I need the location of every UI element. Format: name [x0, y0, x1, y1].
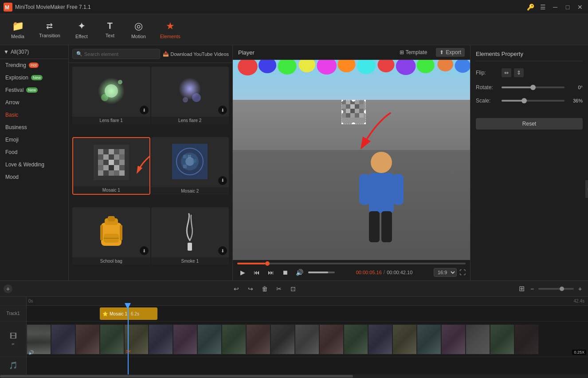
svg-point-5: [118, 80, 122, 84]
collapse-panel-btn[interactable]: ›: [585, 180, 588, 198]
sidebar-item-festival[interactable]: Festival New: [0, 84, 68, 96]
toolbar-motion[interactable]: ◎ Motion: [125, 19, 152, 41]
scale-thumb[interactable]: [521, 98, 527, 103]
svg-rect-86: [341, 113, 346, 118]
volume-slider[interactable]: [308, 272, 335, 273]
media-label: Media: [11, 34, 24, 39]
sidebar-item-food[interactable]: Food: [0, 146, 68, 158]
download-label: Download YouTube Videos: [171, 51, 229, 57]
svg-rect-51: [188, 243, 192, 251]
rotate-fill: [502, 87, 533, 88]
sidebar-item-explosion[interactable]: Explosion New: [0, 71, 68, 84]
timeline-scrollbar-thumb[interactable]: [0, 375, 353, 378]
download-lens2-btn[interactable]: ⬇: [218, 106, 227, 114]
text-icon: T: [107, 21, 113, 31]
prev-btn[interactable]: ⏮: [251, 267, 262, 278]
settings-btn[interactable]: 🔑: [526, 3, 535, 12]
svg-rect-16: [103, 154, 109, 160]
toolbar-media[interactable]: 📁 Media: [4, 19, 31, 41]
toolbar-elements[interactable]: ★ Elements: [154, 19, 187, 41]
player-header: Player ⊞ Template ⬆ Export: [233, 45, 470, 60]
search-box[interactable]: 🔍 Search element: [72, 49, 160, 59]
maximize-btn[interactable]: □: [563, 3, 572, 12]
svg-rect-50: [120, 225, 122, 240]
element-smoke-1[interactable]: ⬇ Smoke 1: [151, 207, 229, 265]
zoom-in-btn[interactable]: ⊞: [517, 284, 526, 293]
sidebar-item-basic[interactable]: Basic: [0, 109, 68, 121]
add-track-btn[interactable]: +: [4, 284, 12, 293]
zoom-plus-btn[interactable]: +: [576, 284, 584, 293]
svg-rect-74: [355, 100, 359, 104]
fullscreen-btn[interactable]: ⛶: [459, 269, 466, 276]
stop-btn[interactable]: ⏹: [280, 267, 290, 278]
svg-rect-25: [98, 165, 103, 170]
svg-rect-23: [114, 160, 119, 165]
zoom-controls: ⊞ − +: [517, 284, 584, 293]
minimize-btn[interactable]: ─: [551, 3, 560, 12]
element-mosaic-2[interactable]: ⬇ Mosaic 2: [151, 137, 229, 195]
sidebar-item-trending[interactable]: Trending Hot: [0, 59, 68, 71]
timeline-toolbar: + ↩ ↪ 🗑 ✂ ⊡ ⊞ − +: [0, 281, 588, 297]
export-btn[interactable]: ⬆ Export: [436, 48, 465, 57]
mosaic-1-preview: [94, 145, 129, 180]
svg-text:M: M: [5, 4, 9, 11]
aspect-ratio-select[interactable]: 16:9 4:3 1:1: [434, 268, 457, 277]
menu-btn[interactable]: ☰: [538, 3, 547, 12]
media-icon: 📁: [12, 20, 24, 32]
template-btn[interactable]: ⊞ Template: [396, 48, 431, 57]
download-schoolbag-btn[interactable]: ⬇: [140, 246, 149, 255]
zoom-thumb[interactable]: [560, 287, 564, 291]
element-lens-flare-2[interactable]: ⬇ Lens flare 2: [151, 67, 229, 124]
mosaic-clip[interactable]: ⭐ Mosaic 1 6.2s: [100, 307, 157, 320]
sidebar-item-mood[interactable]: Mood: [0, 171, 68, 183]
sidebar-item-arrow[interactable]: Arrow: [0, 96, 68, 109]
time-display-area: 00:00:05.16 / 00:00:42.10: [356, 269, 413, 276]
svg-point-4: [101, 94, 108, 101]
rotate-slider[interactable]: [502, 87, 564, 88]
scale-value: 36%: [567, 98, 583, 103]
delete-btn[interactable]: 🗑: [259, 283, 271, 295]
svg-rect-29: [119, 165, 125, 170]
flip-horizontal-btn[interactable]: ⇔: [502, 68, 511, 77]
sidebar-items-list: Trending Hot Explosion New Festival New …: [0, 59, 68, 280]
crop-btn[interactable]: ⊡: [287, 283, 299, 295]
sidebar-item-emoji[interactable]: Emoji: [0, 134, 68, 146]
toolbar-transition[interactable]: ⇄ Transition: [33, 20, 67, 40]
svg-rect-83: [350, 109, 355, 113]
swap-icon[interactable]: ⇄: [12, 342, 15, 346]
effect-label: Effect: [75, 34, 88, 39]
undo-btn[interactable]: ↩: [230, 283, 243, 295]
flip-vertical-btn[interactable]: ⇕: [514, 68, 524, 77]
download-lens1-btn[interactable]: ⬇: [140, 106, 149, 114]
scale-slider[interactable]: [502, 100, 564, 102]
play-btn[interactable]: ▶: [237, 267, 248, 278]
download-youtube-btn[interactable]: 📥 Download YouTube Videos: [163, 51, 229, 57]
download-mosaic2-btn[interactable]: ⬇: [218, 176, 227, 185]
volume-btn[interactable]: 🔊: [294, 267, 305, 278]
reset-btn[interactable]: Reset: [476, 118, 583, 130]
next-btn[interactable]: ⏭: [266, 267, 276, 278]
progress-bar[interactable]: [237, 263, 466, 264]
volume-icon-track: 🔊: [28, 350, 34, 355]
sidebar-item-love-wedding[interactable]: Love & Wedding: [0, 158, 68, 171]
rotate-thumb[interactable]: [530, 85, 536, 90]
track-labels: Track1 🎞 ⇄ 🎵: [0, 297, 27, 374]
film-frame-8: [197, 324, 222, 354]
progress-thumb[interactable]: [265, 261, 270, 266]
element-school-bag[interactable]: ⬇ School bag: [72, 207, 150, 265]
toolbar-text[interactable]: T Text: [97, 19, 123, 40]
elements-panel: 🔍 Search element 📥 Download YouTube Vide…: [69, 45, 233, 280]
export-label: Export: [446, 49, 461, 55]
close-btn[interactable]: ✕: [576, 3, 584, 12]
redo-btn[interactable]: ↪: [244, 283, 257, 295]
sidebar-header[interactable]: ▼ All(307): [0, 45, 68, 59]
timeline-scrollbar[interactable]: [0, 374, 588, 378]
element-mosaic-1[interactable]: Mosaic 1: [72, 137, 150, 195]
toolbar-effect[interactable]: ✦ Effect: [68, 19, 95, 41]
zoom-slider[interactable]: [538, 288, 574, 290]
cut-btn[interactable]: ✂: [273, 283, 285, 295]
titlebar: M MiniTool MovieMaker Free 7.1.1 🔑 ☰ ─ □…: [0, 0, 588, 14]
svg-rect-43: [183, 165, 187, 168]
sidebar-item-business[interactable]: Business: [0, 121, 68, 134]
element-lens-flare-1[interactable]: ⬇ Lens flare 1: [72, 67, 150, 124]
